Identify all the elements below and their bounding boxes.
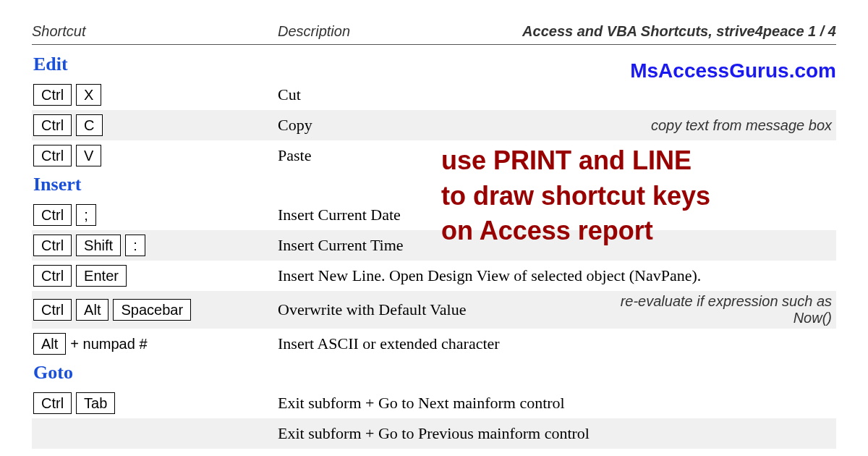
key-semicolon: ; (76, 204, 96, 226)
header-description: Description (278, 23, 509, 40)
key-v: V (76, 145, 101, 166)
extra-text: + numpad # (70, 336, 147, 352)
key-ctrl: Ctrl (33, 235, 72, 256)
desc: Exit subform + Go to Previous mainform c… (278, 424, 836, 443)
key-alt: Alt (33, 333, 66, 355)
row-copy: Ctrl C Copy copy text from message box (32, 110, 836, 140)
key-shift: Shift (76, 235, 121, 256)
key-ctrl: Ctrl (33, 84, 72, 106)
row-tab: Ctrl Tab Exit subform + Go to Next mainf… (32, 388, 836, 418)
overlay-line2: to draw shortcut keys (441, 179, 710, 214)
key-ctrl: Ctrl (33, 145, 72, 166)
row-default: Ctrl Alt Spacebar Overwrite with Default… (32, 291, 836, 329)
shortcut-keys: Ctrl ; (32, 204, 278, 226)
shortcut-keys: Ctrl Alt Spacebar (32, 299, 278, 321)
overlay-line1: use PRINT and LINE (441, 143, 710, 179)
column-headers: Shortcut Description Access and VBA Shor… (32, 23, 836, 45)
key-spacebar: Spacebar (113, 299, 191, 321)
shortcut-keys: Ctrl C (32, 114, 278, 136)
key-ctrl: Ctrl (33, 265, 72, 287)
key-c: C (76, 114, 102, 136)
key-colon: : (125, 235, 145, 256)
row-date: Ctrl ; Insert Current Date (32, 200, 836, 230)
desc: Cut (278, 85, 836, 104)
shortcut-keys: Ctrl Enter (32, 265, 278, 287)
desc: Insert ASCII or extended character (278, 334, 836, 353)
desc: Overwrite with Default Value (278, 300, 582, 319)
row-paste: Ctrl V Paste (32, 140, 836, 171)
note: copy text from message box (582, 117, 836, 134)
overlay-line3: on Access report (441, 214, 710, 249)
section-insert: Insert (32, 171, 836, 200)
row-newline: Ctrl Enter Insert New Line. Open Design … (32, 261, 836, 291)
key-ctrl: Ctrl (33, 392, 72, 414)
key-x: X (76, 84, 101, 106)
shortcut-keys: Alt + numpad # (32, 333, 278, 355)
row-time: Ctrl Shift : Insert Current Time (32, 230, 836, 261)
shortcut-keys: Ctrl Tab (32, 392, 278, 414)
shortcut-keys: Ctrl V (32, 145, 278, 166)
header-shortcut: Shortcut (32, 23, 278, 40)
overlay-callout: use PRINT and LINE to draw shortcut keys… (441, 143, 710, 249)
key-ctrl: Ctrl (33, 114, 72, 136)
key-enter: Enter (76, 265, 127, 287)
key-tab: Tab (76, 392, 115, 414)
key-alt: Alt (76, 299, 109, 321)
desc: Insert New Line. Open Design View of sel… (278, 266, 836, 285)
shortcut-keys: Ctrl Shift : (32, 235, 278, 256)
desc: Copy (278, 116, 582, 135)
row-ascii: Alt + numpad # Insert ASCII or extended … (32, 329, 836, 359)
key-ctrl: Ctrl (33, 204, 72, 226)
section-goto: Goto (32, 359, 836, 388)
note: re-evaluate if expression such as Now() (582, 293, 836, 326)
key-ctrl: Ctrl (33, 299, 72, 321)
row-prev: Exit subform + Go to Previous mainform c… (32, 418, 836, 449)
row-cut: Ctrl X Cut (32, 80, 836, 110)
header-page-info: Access and VBA Shortcuts, strive4peace 1… (509, 23, 836, 40)
site-link[interactable]: MsAccessGurus.com (630, 59, 836, 83)
desc: Exit subform + Go to Next mainform contr… (278, 394, 836, 413)
shortcut-keys: Ctrl X (32, 84, 278, 106)
